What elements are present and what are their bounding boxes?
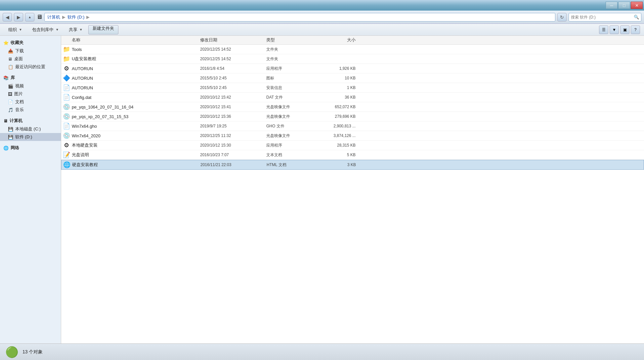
table-row[interactable]: 📝光盘说明2016/10/23 7:07文本文档5 KB: [61, 150, 644, 160]
breadcrumb-computer[interactable]: 计算机: [47, 14, 60, 20]
file-type: GHO 文件: [266, 123, 319, 129]
column-type[interactable]: 类型: [266, 37, 319, 43]
file-type: 光盘映像文件: [266, 114, 319, 119]
file-name: 本地硬盘安装: [72, 142, 200, 148]
table-row[interactable]: 💿Win7x64_20202020/12/25 11:32光盘映像文件3,874…: [61, 131, 644, 141]
new-folder-button[interactable]: 新建文件夹: [88, 25, 118, 34]
statusbar: 🟢 13 个对象: [0, 343, 644, 360]
sidebar-item-pictures[interactable]: 🖼 图片: [0, 90, 61, 98]
file-date: 2020/10/12 15:30: [200, 143, 266, 148]
file-icon: 📁: [61, 46, 72, 53]
close-button[interactable]: ✕: [631, 2, 643, 9]
table-row[interactable]: 📄AUTORUN2015/5/10 2:45安装信息1 KB: [61, 83, 644, 93]
file-size: 28,315 KB: [319, 143, 362, 148]
organize-button[interactable]: 组织 ▼: [4, 25, 26, 34]
video-icon: 🎬: [8, 84, 13, 89]
sidebar-section-network: 🌐 网络: [0, 144, 61, 152]
column-name[interactable]: 名称: [61, 37, 200, 43]
table-row[interactable]: 📁Tools2020/12/25 14:52文件夹: [61, 45, 644, 54]
pictures-icon: 🖼: [8, 92, 12, 97]
table-row[interactable]: ⚙本地硬盘安装2020/10/12 15:30应用程序28,315 KB: [61, 141, 644, 150]
view-dropdown-button[interactable]: ▼: [610, 25, 619, 34]
refresh-button[interactable]: ↻: [557, 13, 567, 22]
sidebar-item-video[interactable]: 🎬 视频: [0, 82, 61, 90]
file-name: 光盘说明: [72, 152, 200, 158]
table-row[interactable]: 📄Config.dat2020/10/12 15:42DAT 文件36 KB: [61, 93, 644, 102]
file-date: 2016/1/8 4:54: [200, 66, 266, 71]
computer-icon: 🖥: [36, 14, 42, 21]
breadcrumb[interactable]: 计算机 ▶ 软件 (D:) ▶: [44, 13, 555, 22]
view-button[interactable]: ☰: [599, 25, 608, 34]
sidebar-item-drive-c[interactable]: 💾 本地磁盘 (C:): [0, 125, 61, 133]
toolbar: 组织 ▼ 包含到库中 ▼ 共享 ▼ 新建文件夹 ☰ ▼ ▣ ?: [0, 24, 644, 36]
share-button[interactable]: 共享 ▼: [64, 25, 87, 34]
file-icon: 📄: [61, 122, 72, 130]
include-button[interactable]: 包含到库中 ▼: [28, 25, 63, 34]
file-size: 5 KB: [319, 153, 362, 157]
file-date: 2020/12/25 11:32: [200, 133, 266, 138]
search-input[interactable]: [571, 15, 632, 20]
minimize-button[interactable]: ─: [606, 2, 618, 9]
sidebar-item-desktop[interactable]: 🖥 桌面: [0, 55, 61, 63]
star-icon: ⭐: [3, 40, 9, 45]
file-list-header: 名称 修改日期 类型 大小: [61, 36, 644, 45]
music-icon: 🎵: [8, 108, 13, 112]
drive-c-icon: 💾: [8, 127, 13, 132]
sidebar-item-music[interactable]: 🎵 音乐: [0, 106, 61, 114]
preview-button[interactable]: ▣: [620, 25, 629, 34]
back-button[interactable]: ◀: [3, 13, 12, 22]
sidebar-item-recent[interactable]: 📋 最近访问的位置: [0, 63, 61, 71]
file-area[interactable]: 名称 修改日期 类型 大小 📁Tools2020/12/25 14:52文件夹📁…: [61, 36, 644, 343]
table-row[interactable]: 🌐硬盘安装教程2016/11/21 22:03HTML 文档3 KB: [61, 160, 644, 170]
file-type: 光盘映像文件: [266, 104, 319, 110]
table-row[interactable]: 📁U盘安装教程2020/12/25 14:52文件夹: [61, 54, 644, 64]
sidebar-section-favorites: ⭐ 收藏夹 📥 下载 🖥 桌面 📋 最近访问的位置: [0, 38, 61, 71]
sidebar-header-network[interactable]: 🌐 网络: [0, 144, 61, 152]
table-row[interactable]: 💿pe_yqs_xp_20_07_31_15_532020/10/12 15:3…: [61, 112, 644, 121]
file-type: 文件夹: [266, 47, 319, 52]
up-button[interactable]: ▲: [25, 13, 34, 22]
column-date[interactable]: 修改日期: [200, 37, 266, 43]
file-size: 2,900,813 ...: [319, 124, 362, 128]
help-button[interactable]: ?: [631, 25, 640, 34]
breadcrumb-drive[interactable]: 软件 (D:): [67, 14, 84, 20]
file-name: AUTORUN: [72, 66, 200, 71]
file-date: 2020/12/25 14:52: [200, 57, 266, 61]
file-type: 应用程序: [266, 143, 319, 148]
file-size: 1,926 KB: [319, 66, 362, 71]
file-name: AUTORUN: [72, 85, 200, 90]
file-size: 3,874,126 ...: [319, 133, 362, 138]
table-row[interactable]: 📄Win7x64.gho2019/9/7 19:25GHO 文件2,900,81…: [61, 121, 644, 131]
addressbar: ◀ ▶ ▲ 🖥 计算机 ▶ 软件 (D:) ▶ ↻ 🔍: [0, 11, 644, 24]
file-size: 10 KB: [319, 76, 362, 80]
file-icon: ⚙: [61, 65, 72, 72]
file-date: 2016/11/21 22:03: [200, 162, 267, 167]
table-row[interactable]: 💿pe_yqs_1064_20_07_31_16_042020/10/12 15…: [61, 102, 644, 112]
file-type: 图标: [266, 75, 319, 81]
file-icon: 💿: [61, 103, 72, 111]
file-type: 光盘映像文件: [266, 133, 319, 139]
file-date: 2016/10/23 7:07: [200, 153, 266, 157]
file-name: pe_yqs_xp_20_07_31_15_53: [72, 114, 200, 119]
status-count: 13 个对象: [22, 349, 43, 355]
file-size: 279,696 KB: [319, 114, 362, 119]
maximize-button[interactable]: □: [618, 2, 630, 9]
sidebar-header-computer[interactable]: 🖥 计算机: [0, 116, 61, 125]
network-icon: 🌐: [3, 146, 9, 151]
table-row[interactable]: ⚙AUTORUN2016/1/8 4:54应用程序1,926 KB: [61, 64, 644, 73]
file-icon: 📄: [61, 84, 72, 91]
search-bar[interactable]: 🔍: [569, 13, 641, 22]
file-type: 安装信息: [266, 85, 319, 91]
sidebar-header-favorites[interactable]: ⭐ 收藏夹: [0, 38, 61, 47]
file-icon: 🔷: [61, 74, 72, 82]
forward-button[interactable]: ▶: [14, 13, 23, 22]
sidebar-header-library[interactable]: 📚 库: [0, 73, 61, 82]
file-name: AUTORUN: [72, 76, 200, 81]
table-row[interactable]: 🔷AUTORUN2015/5/10 2:45图标10 KB: [61, 73, 644, 83]
sidebar-item-drive-d[interactable]: 💾 软件 (D:): [0, 133, 61, 141]
sidebar-item-download[interactable]: 📥 下载: [0, 47, 61, 55]
sidebar-item-documents[interactable]: 📄 文档: [0, 98, 61, 106]
column-size[interactable]: 大小: [319, 37, 362, 43]
file-name: Tools: [72, 47, 200, 52]
file-icon: 📁: [61, 55, 72, 63]
